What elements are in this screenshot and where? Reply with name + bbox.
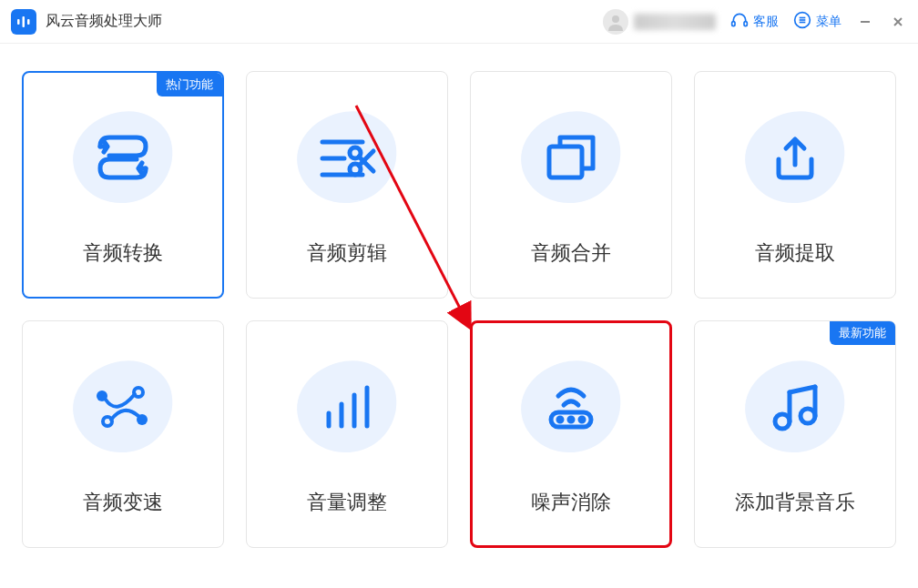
titlebar: 风云音频处理大师 客服 菜单 — [0, 0, 918, 44]
card-audio-convert[interactable]: 热门功能 音频转换 — [22, 71, 224, 299]
card-label: 音频剪辑 — [307, 239, 387, 267]
card-audio-speed[interactable]: 音频变速 — [22, 320, 224, 548]
card-label: 噪声消除 — [531, 489, 611, 516]
card-audio-clip[interactable]: 音频剪辑 — [246, 71, 448, 299]
titlebar-right: 客服 菜单 — [603, 9, 907, 35]
badge-new: 最新功能 — [830, 321, 895, 345]
svg-rect-5 — [744, 22, 747, 26]
svg-rect-2 — [27, 19, 30, 25]
card-add-bgm[interactable]: 最新功能 添加背景音乐 — [694, 320, 896, 548]
clip-icon — [292, 103, 402, 212]
svg-rect-20 — [549, 147, 582, 177]
close-button[interactable] — [889, 13, 907, 31]
headset-icon — [730, 11, 749, 32]
merge-icon — [516, 103, 626, 212]
extract-icon — [740, 103, 850, 212]
card-label: 音频合并 — [531, 239, 611, 267]
svg-line-37 — [790, 387, 815, 392]
app-logo-icon — [11, 9, 36, 35]
menu-icon — [793, 11, 811, 32]
card-volume-adjust[interactable]: 音量调整 — [246, 320, 448, 548]
user-avatar-icon — [603, 9, 628, 35]
card-audio-extract[interactable]: 音频提取 — [694, 71, 896, 299]
convert-icon — [68, 103, 178, 212]
user-name-blurred — [634, 14, 716, 30]
card-audio-merge[interactable]: 音频合并 — [470, 71, 672, 299]
menu-button[interactable]: 菜单 — [793, 11, 842, 32]
badge-hot: 热门功能 — [157, 73, 222, 96]
card-label: 添加背景音乐 — [735, 489, 855, 516]
feature-grid: 热门功能 音频转换 音频剪辑 — [0, 44, 918, 575]
svg-rect-0 — [17, 19, 20, 25]
svg-point-31 — [569, 418, 573, 421]
menu-label: 菜单 — [816, 14, 842, 30]
svg-point-30 — [558, 418, 562, 421]
svg-point-32 — [580, 418, 584, 421]
noise-icon — [516, 352, 626, 461]
svg-rect-1 — [23, 16, 26, 27]
app-title: 风云音频处理大师 — [46, 12, 162, 31]
speed-icon — [68, 352, 178, 461]
svg-rect-4 — [732, 22, 735, 26]
customer-service-button[interactable]: 客服 — [730, 11, 779, 32]
customer-service-label: 客服 — [753, 14, 779, 30]
card-label: 音频变速 — [83, 489, 163, 516]
svg-point-3 — [612, 15, 619, 23]
card-label: 音频转换 — [83, 239, 163, 267]
volume-icon — [292, 352, 402, 461]
music-icon — [740, 352, 850, 461]
user-section[interactable] — [603, 9, 716, 35]
card-label: 音频提取 — [755, 239, 835, 267]
card-label: 音量调整 — [307, 489, 387, 516]
card-noise-remove[interactable]: 噪声消除 — [470, 320, 672, 548]
minimize-button[interactable] — [856, 13, 874, 31]
